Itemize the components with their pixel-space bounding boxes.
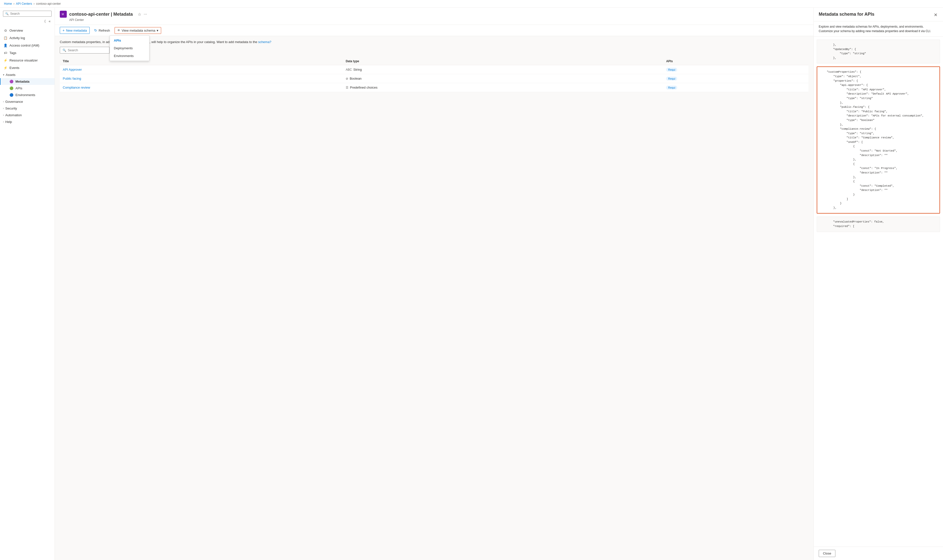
metadata-icon: 🟣 <box>9 80 14 83</box>
sidebar-section-security-label: Security <box>5 106 17 110</box>
schema-link[interactable]: schema? <box>258 40 272 44</box>
right-panel: Metadata schema for APIs ✕ Explore and v… <box>813 8 943 560</box>
sidebar-item-overview-label: Overview <box>9 29 23 32</box>
new-metadata-icon: + <box>63 28 65 32</box>
breadcrumb-home[interactable]: Home <box>4 2 12 6</box>
sidebar-search-input[interactable] <box>10 12 49 15</box>
page-icon: M <box>60 11 67 18</box>
sidebar-item-activity-log[interactable]: 📋 Activity log <box>0 34 54 42</box>
resource-visualizer-icon: ⚡ <box>3 58 8 62</box>
sidebar-section-help[interactable]: › Help <box>0 118 54 125</box>
sidebar-section-assets-label: Assets <box>6 73 15 77</box>
content-search-box[interactable]: 🔍 <box>60 47 110 54</box>
metadata-title-api-approver[interactable]: API Approver <box>63 68 82 71</box>
events-icon: ⚡ <box>3 66 8 70</box>
sidebar-section-assets[interactable]: ▾ Assets <box>0 71 54 78</box>
sidebar-item-overview[interactable]: ⊙ Overview <box>0 27 54 34</box>
view-schema-label: View metadata schema <box>122 29 156 32</box>
sidebar: 🔍 ⟨ « ⊙ Overview 📋 Activity log 👤 Access <box>0 8 55 560</box>
sidebar-section-governance-label: Governance <box>5 100 23 103</box>
sidebar-section-automation[interactable]: › Automation <box>0 112 54 118</box>
sidebar-item-metadata-label: Metadata <box>15 80 29 83</box>
activity-log-icon: 📋 <box>3 36 8 40</box>
page-subtitle: API Center <box>69 18 809 22</box>
view-schema-dropdown: APIs Deployments Environments <box>110 35 150 61</box>
favorite-button[interactable]: ☆ <box>137 11 142 17</box>
assets-chevron-icon: ▾ <box>3 74 4 76</box>
breadcrumb: Home › API Centers › contoso-api-center <box>0 0 943 8</box>
sidebar-collapse-btn[interactable]: « <box>48 18 52 24</box>
governance-chevron-icon: › <box>3 100 4 103</box>
datatype-string: String <box>353 68 362 71</box>
sidebar-item-tags[interactable]: 🏷 Tags <box>0 49 54 57</box>
code-prefix-block: }, "UpdatedBy": { "type": "string" }, <box>817 40 940 63</box>
dropdown-item-apis[interactable]: APIs <box>110 37 149 44</box>
metadata-title-compliance-review[interactable]: Compliance review <box>63 86 90 89</box>
datatype-boolean: Boolean <box>350 77 362 80</box>
panel-title: Metadata schema for APIs <box>819 12 874 17</box>
apis-required-badge-1: Requi <box>666 77 677 81</box>
dropdown-item-deployments[interactable]: Deployments <box>110 44 149 52</box>
apis-required-badge-2: Requi <box>666 86 677 89</box>
new-metadata-button[interactable]: + New metadata <box>60 27 90 34</box>
datatype-predefined: Predefined choices <box>350 86 378 89</box>
view-schema-dropdown-icon: ▾ <box>157 29 158 32</box>
apis-icon: 🟢 <box>9 86 14 90</box>
content-area: M contoso-api-center | Metadata ☆ ··· AP… <box>55 8 813 560</box>
datatype-icon-string: ABC <box>346 68 352 71</box>
sidebar-section-help-label: Help <box>5 120 12 124</box>
sidebar-section-automation-label: Automation <box>5 113 22 117</box>
content-search-input[interactable] <box>68 48 107 52</box>
col-datatype: Data type <box>343 57 663 65</box>
refresh-button[interactable]: ↻ Refresh <box>92 27 113 34</box>
page-header: M contoso-api-center | Metadata ☆ ··· AP… <box>55 8 813 25</box>
table-row: Public facing ⊘ Boolean Requi <box>60 74 809 83</box>
col-title: Title <box>60 57 343 65</box>
sidebar-search-box[interactable]: 🔍 <box>3 11 52 17</box>
help-chevron-icon: › <box>3 120 4 123</box>
sidebar-section-security[interactable]: › Security <box>0 105 54 112</box>
panel-close-btn[interactable]: Close <box>819 550 835 557</box>
sidebar-item-resource-visualizer-label: Resource visualizer <box>9 58 38 62</box>
sidebar-item-iam[interactable]: 👤 Access control (IAM) <box>0 42 54 49</box>
view-metadata-schema-button[interactable]: 👁 View metadata schema ▾ <box>114 27 161 34</box>
metadata-table: Title Data type APIs API Approver ABC St… <box>60 57 809 92</box>
breadcrumb-api-centers[interactable]: API Centers <box>16 2 32 6</box>
apis-required-badge-0: Requi <box>666 68 677 72</box>
main-content: Custom metadata properties, in addition … <box>55 36 813 560</box>
panel-body: }, "UpdatedBy": { "type": "string" }, "c… <box>814 37 943 546</box>
code-prefix-text: }, "UpdatedBy": { "type": "string" }, <box>817 40 940 63</box>
toolbar: + New metadata ↻ Refresh 👁 View metadata… <box>55 25 813 36</box>
sidebar-expand-btn[interactable]: ⟨ <box>43 18 46 24</box>
more-options-button[interactable]: ··· <box>143 11 147 17</box>
code-suffix-block: "unevaluatedProperties": false, "require… <box>817 217 940 232</box>
new-metadata-label: New metadata <box>66 29 87 32</box>
overview-icon: ⊙ <box>3 28 8 32</box>
dropdown-item-environments[interactable]: Environments <box>110 52 149 60</box>
iam-icon: 👤 <box>3 43 8 47</box>
panel-description: Explore and view metadata schemas for AP… <box>814 22 943 37</box>
content-description: Custom metadata properties, in addition … <box>60 40 809 44</box>
code-highlighted-block: "customProperties": { "type": "object", … <box>817 66 940 214</box>
svg-text:M: M <box>62 13 64 16</box>
environments-icon: 🔵 <box>9 93 14 97</box>
security-chevron-icon: › <box>3 107 4 110</box>
breadcrumb-current: contoso-api-center <box>36 2 61 6</box>
page-title: contoso-api-center | Metadata <box>69 12 133 17</box>
sidebar-item-metadata[interactable]: 🟣 Metadata <box>0 78 54 85</box>
sidebar-item-resource-visualizer[interactable]: ⚡ Resource visualizer <box>0 57 54 64</box>
sidebar-section-governance[interactable]: › Governance <box>0 98 54 105</box>
sidebar-item-apis-label: APIs <box>15 86 22 90</box>
sidebar-item-apis[interactable]: 🟢 APIs <box>0 85 54 92</box>
panel-close-button[interactable]: ✕ <box>933 12 938 18</box>
sidebar-item-events-label: Events <box>9 66 19 70</box>
tags-icon: 🏷 <box>3 51 8 55</box>
refresh-icon: ↻ <box>94 28 97 32</box>
datatype-icon-predefined: ☰ <box>346 86 349 89</box>
code-highlighted-text: "customProperties": { "type": "object", … <box>817 67 940 213</box>
metadata-title-public-facing[interactable]: Public facing <box>63 77 81 80</box>
sidebar-item-events[interactable]: ⚡ Events <box>0 64 54 71</box>
sidebar-item-tags-label: Tags <box>9 51 16 55</box>
sidebar-item-activity-log-label: Activity log <box>9 36 25 40</box>
sidebar-item-environments[interactable]: 🔵 Environments <box>0 92 54 98</box>
